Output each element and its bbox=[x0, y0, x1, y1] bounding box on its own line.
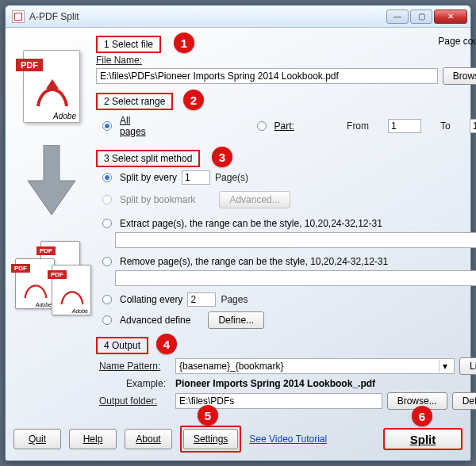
settings-button[interactable]: Settings bbox=[183, 429, 238, 449]
annotation-2: 2 bbox=[183, 90, 204, 110]
name-pattern-label: Name Pattern: bbox=[99, 361, 171, 372]
radio-collating[interactable]: Collating every bbox=[102, 294, 182, 305]
section-select-range: 2 Select range bbox=[96, 93, 173, 110]
form-area: Page count:16 1 Select file 1 File Name:… bbox=[94, 31, 476, 419]
radio-icon bbox=[102, 121, 112, 131]
maximize-button[interactable]: ▢ bbox=[410, 10, 432, 24]
radio-icon bbox=[257, 121, 267, 131]
name-pattern-dropdown[interactable]: {basename}_{bookmark} ▾ bbox=[175, 358, 455, 374]
radio-part[interactable]: Part: bbox=[257, 120, 294, 132]
from-label: From bbox=[347, 120, 369, 132]
radio-split-bookmark: Split by bookmark bbox=[102, 194, 195, 205]
pages-suffix: Page(s) bbox=[215, 172, 248, 183]
collating-input[interactable] bbox=[187, 292, 216, 307]
example-value: Pioneer Imports Spring 2014 Lookbook_.pd… bbox=[175, 378, 375, 389]
split-button[interactable]: Split bbox=[383, 428, 463, 450]
remove-range-input[interactable] bbox=[115, 270, 476, 286]
extract-range-input[interactable] bbox=[115, 232, 476, 248]
annotation-5: 5 bbox=[198, 405, 218, 426]
sidebar-illustration: PDF Adobe PDF Adobe PDF bbox=[9, 31, 94, 419]
radio-all-pages[interactable]: All pages bbox=[102, 115, 154, 137]
from-input[interactable] bbox=[388, 119, 421, 133]
advanced-button: Advanced... bbox=[219, 191, 290, 208]
file-path-input[interactable] bbox=[96, 68, 438, 84]
app-window: A-PDF Split — ▢ ✕ PDF Adobe bbox=[5, 5, 471, 461]
example-label: Example: bbox=[99, 378, 171, 389]
arrow-down-icon bbox=[24, 145, 79, 219]
close-button[interactable]: ✕ bbox=[434, 10, 467, 24]
radio-icon bbox=[102, 315, 112, 325]
section-select-method: 3 Select split method bbox=[96, 150, 200, 167]
define-button[interactable]: Define... bbox=[208, 311, 264, 329]
radio-remove[interactable]: Remove page(s), the range can be the sty… bbox=[102, 256, 388, 267]
default-button[interactable]: Default bbox=[452, 392, 476, 410]
annotation-4: 4 bbox=[156, 334, 177, 354]
adobe-swoosh-icon bbox=[35, 78, 70, 109]
quit-button[interactable]: Quit bbox=[13, 429, 61, 449]
window-title: A-PDF Split bbox=[29, 11, 386, 22]
minimize-button[interactable]: — bbox=[386, 10, 409, 24]
pdf-badge: PDF bbox=[16, 59, 43, 71]
output-folder-label: Output folder: bbox=[99, 395, 171, 407]
pdf-output-stack-icon: PDF Adobe PDF Adobe PDF Adobe bbox=[12, 241, 91, 320]
radio-icon bbox=[102, 173, 112, 182]
client-area: PDF Adobe PDF Adobe PDF bbox=[6, 28, 470, 460]
radio-icon bbox=[102, 219, 112, 228]
radio-extract[interactable]: Extract page(s), the range can be the st… bbox=[102, 218, 382, 229]
bottom-toolbar: Quit Help About Settings 5 See Video Tut… bbox=[9, 419, 467, 457]
to-input[interactable] bbox=[470, 119, 476, 133]
help-button[interactable]: Help bbox=[69, 429, 117, 449]
radio-split-every[interactable]: Split by every bbox=[102, 172, 177, 183]
annotation-3: 3 bbox=[212, 147, 232, 167]
pdf-source-icon: PDF Adobe bbox=[23, 50, 80, 123]
radio-icon bbox=[102, 295, 112, 304]
app-icon bbox=[12, 10, 25, 23]
browse-file-button[interactable]: Browse... bbox=[443, 67, 476, 85]
radio-icon bbox=[102, 257, 112, 266]
annotation-6: 6 bbox=[412, 406, 432, 426]
section-select-file: 1 Select file bbox=[96, 36, 161, 53]
radio-icon bbox=[102, 195, 112, 204]
section-output: 4 Output bbox=[96, 337, 148, 354]
annotation-1: 1 bbox=[174, 32, 194, 53]
split-every-input[interactable] bbox=[182, 170, 210, 185]
to-label: To bbox=[440, 120, 451, 132]
chevron-down-icon: ▾ bbox=[439, 360, 451, 372]
video-tutorial-link[interactable]: See Video Tutorial bbox=[249, 434, 327, 445]
about-button[interactable]: About bbox=[125, 429, 172, 449]
file-name-label: File Name: bbox=[96, 55, 142, 66]
titlebar[interactable]: A-PDF Split — ▢ ✕ bbox=[6, 6, 470, 28]
radio-advanced-define[interactable]: Advanced define bbox=[102, 315, 190, 326]
adobe-label: Adobe bbox=[53, 112, 76, 120]
list-button[interactable]: List... bbox=[459, 357, 476, 375]
